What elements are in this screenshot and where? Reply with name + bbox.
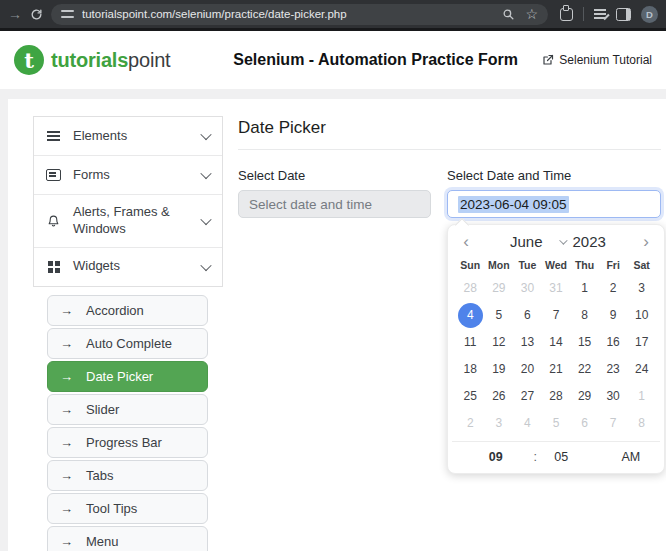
calendar-day[interactable]: 4 — [513, 410, 542, 437]
arrow-right-icon: → — [60, 336, 73, 351]
sidebar-item-alerts-frames-windows[interactable]: Alerts, Frames & Windows — [34, 195, 222, 248]
selected-input-text: 2023-06-04 09:05 — [458, 196, 569, 213]
form-icon — [46, 169, 61, 181]
calendar-day[interactable]: 12 — [485, 329, 514, 356]
calendar-day[interactable]: 1 — [570, 275, 599, 302]
calendar-day[interactable]: 19 — [485, 356, 514, 383]
calendar-day[interactable]: 13 — [513, 329, 542, 356]
calendar-day[interactable]: 9 — [599, 302, 628, 329]
calendar-day[interactable]: 2 — [456, 410, 485, 437]
calendar-day[interactable]: 28 — [542, 383, 571, 410]
subnav-item[interactable]: → Progress Bar — [47, 427, 208, 458]
calendar-day[interactable]: 8 — [570, 302, 599, 329]
side-panel-icon[interactable] — [616, 8, 631, 21]
subnav-item[interactable]: → Date Picker — [47, 361, 208, 392]
calendar-day[interactable]: 28 — [456, 275, 485, 302]
subnav-item[interactable]: → Slider — [47, 394, 208, 425]
calendar-day[interactable]: 3 — [627, 275, 656, 302]
calendar-day[interactable]: 6 — [570, 410, 599, 437]
calendar-day[interactable]: 1 — [627, 383, 656, 410]
bookmark-star-icon[interactable]: ☆ — [525, 7, 538, 21]
calendar-day[interactable]: 10 — [627, 302, 656, 329]
meridiem-toggle[interactable]: AM — [622, 442, 641, 473]
tutorialspoint-logo[interactable]: t tutorialspoint — [14, 45, 209, 75]
subnav-item[interactable]: → Tool Tips — [47, 493, 208, 524]
bell-icon — [46, 214, 61, 228]
weekday-label: Sat — [627, 254, 656, 275]
url-text: tutorialspoint.com/selenium/practice/dat… — [82, 8, 347, 20]
site-header: t tutorialspoint Selenium - Automation P… — [0, 31, 666, 90]
extensions-icon[interactable] — [560, 8, 573, 21]
calendar-day[interactable]: 24 — [627, 356, 656, 383]
selenium-tutorial-link[interactable]: Selenium Tutorial — [542, 53, 652, 67]
datepicker-popup: ‹ June 2023 › SunMonTueWedThuFriSat — [447, 224, 665, 474]
year-select[interactable]: 2023 — [573, 233, 606, 250]
content-panel: Elements Forms Alerts, Frames & Windows — [8, 99, 666, 551]
calendar-day[interactable]: 7 — [542, 302, 571, 329]
subnav-item[interactable]: → Menu — [47, 526, 208, 551]
calendar-day[interactable]: 30 — [513, 275, 542, 302]
select-datetime-input[interactable]: 2023-06-04 09:05 — [447, 190, 661, 218]
calendar-day[interactable]: 29 — [485, 275, 514, 302]
calendar-day[interactable]: 2 — [599, 275, 628, 302]
select-datetime-label: Select Date and Time — [447, 168, 661, 183]
calendar-day[interactable]: 31 — [542, 275, 571, 302]
calendar-day[interactable]: 5 — [542, 410, 571, 437]
external-link-icon — [542, 54, 554, 66]
calendar-grid: 28 29 30 — [452, 275, 660, 437]
sidebar-item-forms[interactable]: Forms — [34, 156, 222, 195]
calendar-day[interactable]: 18 — [456, 356, 485, 383]
zoom-icon[interactable] — [502, 8, 515, 21]
forward-icon[interactable]: → — [8, 7, 22, 21]
refresh-icon[interactable] — [30, 8, 43, 21]
page-title: Selenium - Automation Practice Form — [209, 51, 542, 69]
arrow-right-icon: → — [60, 534, 73, 549]
calendar-day[interactable]: 4 — [456, 302, 485, 329]
calendar-day[interactable]: 8 — [627, 410, 656, 437]
weekday-label: Mon — [485, 254, 514, 275]
calendar-day[interactable]: 3 — [485, 410, 514, 437]
calendar-day[interactable]: 15 — [570, 329, 599, 356]
calendar-day[interactable]: 26 — [485, 383, 514, 410]
next-month-icon[interactable]: › — [638, 233, 654, 250]
subnav-item[interactable]: → Accordion — [47, 295, 208, 326]
calendar-day[interactable]: 16 — [599, 329, 628, 356]
sidebar-item-widgets[interactable]: Widgets — [34, 248, 222, 286]
select-date-input[interactable] — [238, 190, 431, 218]
calendar-day[interactable]: 6 — [513, 302, 542, 329]
hour-input[interactable]: 09 — [489, 442, 503, 473]
calendar-day[interactable]: 14 — [542, 329, 571, 356]
calendar-day[interactable]: 21 — [542, 356, 571, 383]
notes-icon[interactable] — [594, 9, 606, 11]
calendar-day[interactable]: 25 — [456, 383, 485, 410]
subnav-item[interactable]: → Auto Complete — [47, 328, 208, 359]
calendar-day[interactable]: 11 — [456, 329, 485, 356]
logo-icon: t — [14, 45, 44, 75]
calendar-day[interactable]: 29 — [570, 383, 599, 410]
calendar-day[interactable]: 23 — [599, 356, 628, 383]
arrow-right-icon: → — [60, 369, 73, 384]
calendar-day[interactable]: 27 — [513, 383, 542, 410]
calendar-day[interactable]: 30 — [599, 383, 628, 410]
month-select[interactable]: June — [510, 233, 543, 250]
calendar-day[interactable]: 22 — [570, 356, 599, 383]
month-caret-icon[interactable] — [559, 236, 567, 244]
main-content: Date Picker Select Date Select Date and … — [238, 116, 666, 551]
prev-month-icon[interactable]: ‹ — [458, 233, 474, 250]
section-title: Date Picker — [238, 118, 661, 138]
tune-icon[interactable] — [61, 9, 74, 19]
chevron-down-icon — [200, 214, 211, 225]
address-bar[interactable]: tutorialspoint.com/selenium/practice/dat… — [51, 4, 548, 25]
minute-input[interactable]: 05 — [554, 442, 568, 473]
profile-avatar[interactable]: D — [641, 6, 658, 23]
sidebar-item-elements[interactable]: Elements — [34, 117, 222, 156]
calendar-day[interactable]: 17 — [627, 329, 656, 356]
subnav-item[interactable]: → Tabs — [47, 460, 208, 491]
calendar-day[interactable]: 20 — [513, 356, 542, 383]
select-date-label: Select Date — [238, 168, 431, 183]
calendar-day[interactable]: 7 — [599, 410, 628, 437]
arrow-right-icon: → — [60, 435, 73, 450]
hamburger-icon — [47, 131, 60, 133]
page-background: Elements Forms Alerts, Frames & Windows — [0, 89, 666, 551]
calendar-day[interactable]: 5 — [485, 302, 514, 329]
